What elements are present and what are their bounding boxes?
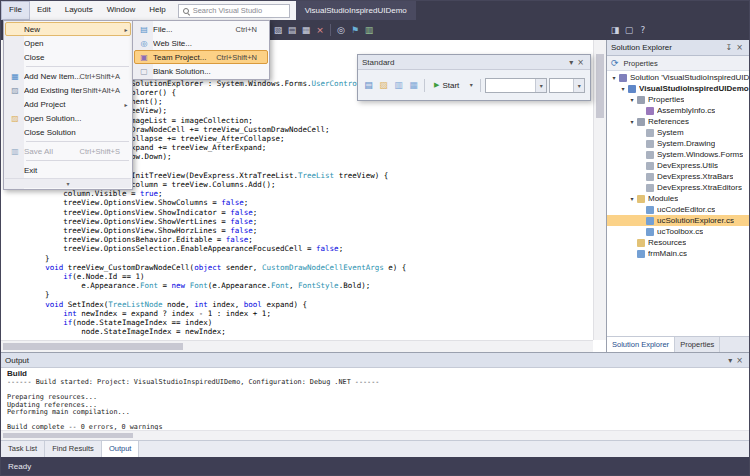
reference-icon [646, 129, 654, 137]
menu-item-add-existing-item[interactable]: ▨Add Existing Item...Shift+Alt+A [5, 83, 131, 97]
search-input[interactable]: Search Visual Studio [178, 4, 290, 18]
menubar-item-edit[interactable]: Edit [30, 1, 58, 20]
close-icon[interactable]: × [734, 356, 745, 365]
menubar-item-help[interactable]: Help [142, 1, 172, 20]
error-list-icon[interactable]: × [313, 23, 327, 38]
expander-icon[interactable]: ▾ [628, 116, 636, 127]
tree-node-label: DevExpress.XtraEditors [657, 182, 742, 193]
tree-node-system[interactable]: System [607, 127, 749, 138]
menu-item-exit[interactable]: Exit [5, 163, 131, 177]
expander-icon[interactable]: ▾ [628, 193, 636, 204]
std-new-file-icon[interactable]: ▤ [362, 79, 375, 92]
tree-node-system-drawing[interactable]: System.Drawing [607, 138, 749, 149]
folder-icon [637, 195, 645, 203]
output-horizontal-scrollbar[interactable] [1, 430, 749, 440]
std-open-file-icon[interactable]: ▨ [377, 79, 390, 92]
standard-toolbar-titlebar[interactable]: Standard ▾ × [358, 55, 590, 70]
status-bar: Ready [1, 457, 749, 475]
editor-horizontal-scrollbar[interactable] [1, 340, 593, 352]
menu-item-team-project[interactable]: ▣Team Project...Ctrl+Shift+N [134, 50, 268, 64]
menu-item-close[interactable]: Close [5, 50, 131, 64]
menu-item-new[interactable]: New▸ [5, 22, 131, 36]
output-source-select[interactable]: Build [7, 369, 749, 378]
std-save-icon[interactable]: ▥ [392, 79, 405, 92]
menubar-item-layouts[interactable]: Layouts [58, 1, 100, 20]
help-icon[interactable]: ? [636, 23, 650, 38]
menubar-item-file[interactable]: File [1, 1, 30, 20]
layout-icon[interactable]: ◨ [608, 23, 622, 38]
comment-icon[interactable]: ▥ [362, 23, 376, 38]
expander-icon[interactable]: ▾ [619, 83, 627, 94]
menu-item-blank-solution[interactable]: ▢Blank Solution... [134, 64, 268, 78]
output-horizontal-scrollbar-thumb[interactable] [3, 433, 133, 438]
chevron-down-icon[interactable]: ▾ [726, 356, 734, 365]
chevron-down-icon[interactable]: ▾ [567, 58, 575, 67]
menu-item-open[interactable]: Open [5, 36, 131, 50]
tree-node-references[interactable]: ▾References [607, 116, 749, 127]
menu-item-add-project[interactable]: Add Project▸ [5, 97, 131, 111]
tree-node-label: frmMain.cs [648, 248, 687, 259]
bottom-tab-find-results[interactable]: Find Results [45, 441, 102, 457]
tree-node-label: Properties [648, 94, 684, 105]
tree-node-label: Resources [648, 237, 686, 248]
tree-node-assemblyinfo-cs[interactable]: AssemblyInfo.cs [607, 105, 749, 116]
properties-button[interactable]: Properties [624, 59, 658, 68]
close-icon[interactable]: × [734, 43, 745, 52]
tree-node-resources[interactable]: Resources [607, 237, 749, 248]
properties-window-icon[interactable]: ▤ [285, 23, 299, 38]
platform-combobox[interactable]: ▾ [549, 78, 585, 93]
expander-icon[interactable]: ▾ [610, 72, 618, 83]
toolbox-icon[interactable]: ▦ [299, 23, 313, 38]
menu-item-shortcut: Ctrl+Shift+A [80, 72, 122, 81]
editor-vertical-scrollbar-thumb[interactable] [596, 54, 604, 118]
tree-node-devexpress-xtrabars[interactable]: DevExpress.XtraBars [607, 171, 749, 182]
tree-node-uctoolbox-cs[interactable]: ucToolbox.cs [607, 226, 749, 237]
tree-node-solution-visualstudioinspireduidemo-1-project[interactable]: ▾Solution 'VisualStudioInspiredUIDemo' (… [607, 72, 749, 83]
panel-tab-solution-explorer[interactable]: Solution Explorer [607, 337, 675, 352]
editor-vertical-scrollbar[interactable] [593, 40, 606, 340]
menu-overflow-chevron[interactable]: ▾ [5, 178, 131, 188]
find-icon[interactable]: ◎ [334, 23, 348, 38]
tree-node-modules[interactable]: ▾Modules [607, 193, 749, 204]
menu-item-save-all[interactable]: ▥Save AllCtrl+Shift+S [5, 144, 131, 158]
open-solution-icon: ▨ [6, 114, 24, 123]
panel-tab-properties[interactable]: Properties [675, 337, 720, 352]
output-header[interactable]: Output ▾ × [1, 353, 749, 368]
start-dropdown-icon[interactable]: ▾ [466, 77, 476, 93]
solution-explorer-header[interactable]: Solution Explorer ↧ × [607, 40, 749, 56]
tree-node-uccodeeditor-cs[interactable]: ucCodeEditor.cs [607, 204, 749, 215]
editor-horizontal-scrollbar-thumb[interactable] [3, 343, 183, 350]
tree-node-devexpress-xtraeditors[interactable]: DevExpress.XtraEditors [607, 182, 749, 193]
menu-item-web-site[interactable]: ◎Web Site... [134, 36, 268, 50]
dock-icon[interactable]: ▢ [622, 23, 636, 38]
bottom-tab-output[interactable]: Output [102, 441, 140, 457]
tree-node-label: ucToolbox.cs [657, 226, 703, 237]
close-icon[interactable]: × [575, 58, 586, 67]
output-panel: Output ▾ × Build ------ Build started: P… [1, 352, 749, 440]
expander-icon[interactable]: ▾ [628, 94, 636, 105]
tree-node-ucsolutionexplorer-cs[interactable]: ucSolutionExplorer.cs [607, 215, 749, 226]
tree-node-frmmain-cs[interactable]: frmMain.cs [607, 248, 749, 259]
tree-node-visualstudioinspireduidemo[interactable]: ▾VisualStudioInspiredUIDemo [607, 83, 749, 94]
refresh-icon[interactable]: ⟳ [611, 58, 619, 68]
menu-item-add-new-item[interactable]: ▦Add New Item...Ctrl+Shift+A [5, 69, 131, 83]
tree-node-system-windows-forms[interactable]: System.Windows.Forms [607, 149, 749, 160]
menu-item-file[interactable]: ▤File...Ctrl+N [134, 22, 268, 36]
std-save-all-icon[interactable]: ▦ [407, 79, 420, 92]
document-title-tab[interactable]: VisualStudioInspiredUIDemo [296, 1, 416, 20]
tree-node-devexpress-utils[interactable]: DevExpress.Utils [607, 160, 749, 171]
solution-explorer-icon[interactable]: ▧ [271, 23, 285, 38]
menubar-item-window[interactable]: Window [100, 1, 142, 20]
menu-item-open-solution[interactable]: ▨Open Solution... [5, 111, 131, 125]
code-line: column.Visible = true; [9, 189, 592, 198]
bookmark-icon[interactable]: ⚑ [348, 23, 362, 38]
tree-node-properties[interactable]: ▾Properties [607, 94, 749, 105]
start-button[interactable]: ▶ Start [429, 77, 464, 93]
tree-node-label: System.Windows.Forms [657, 149, 743, 160]
menu-item-label: Open Solution... [24, 114, 120, 123]
menu-item-close-solution[interactable]: Close Solution [5, 125, 131, 139]
configuration-combobox[interactable]: ▾ [485, 78, 547, 93]
pin-icon[interactable]: ↧ [724, 43, 735, 52]
bottom-tab-task-list[interactable]: Task List [1, 441, 45, 457]
reference-icon [646, 140, 654, 148]
